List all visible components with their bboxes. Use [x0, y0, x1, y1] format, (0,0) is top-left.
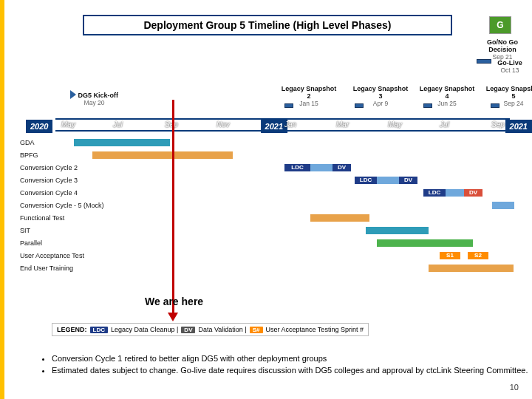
axis-month: Jul	[113, 120, 123, 129]
bar-uat-s1: S1	[440, 252, 460, 259]
bar-uat-s2: S2	[468, 252, 488, 259]
milestone-kickoff: DG5 Kick-offMay 20	[70, 89, 118, 106]
axis-month: Jan	[284, 120, 296, 129]
page-number: 10	[510, 383, 519, 392]
axis-month: Sep	[165, 120, 178, 129]
bar-cc3-dv: DV	[399, 177, 417, 184]
row-label-sit: SIT	[20, 227, 109, 234]
row-label-cc5: Conversion Cycle - 5 (Mock)	[20, 202, 109, 209]
bar-gda	[74, 139, 170, 146]
axis-year-right: 2021	[505, 120, 532, 133]
today-arrow-icon	[168, 313, 178, 321]
bar-cc5	[492, 202, 514, 209]
legend-dv-pill: DV	[181, 327, 195, 333]
bar-sit	[366, 227, 429, 234]
row-label-uat: User Acceptance Test	[20, 252, 109, 259]
bar-cc3-mid	[377, 177, 399, 184]
bar-cc4-ldc: LDC	[423, 189, 446, 197]
axis-month: May	[388, 120, 402, 129]
legend-ldc-text: Legacy Data Cleanup |	[111, 326, 178, 333]
bar-cc3-ldc: LDC	[355, 177, 377, 184]
axis-row: 2020 2021 2021 May Jul Sep Nov Jan Mar M…	[55, 118, 510, 132]
status-chip: G	[489, 16, 511, 34]
bar-end-user-training	[429, 265, 514, 272]
slide-title: Deployment Group 5 Timeline (High Level …	[83, 15, 452, 35]
row-label-cc3: Conversion Cycle 3	[20, 177, 109, 184]
milestone-golive: Go-LiveOct 13	[491, 59, 528, 74]
bullet-item: Conversion Cycle 1 retired to better ali…	[52, 353, 528, 365]
legend-dv-text: Data Validation |	[198, 326, 246, 333]
bullet-list: Conversion Cycle 1 retired to better ali…	[41, 353, 528, 377]
bar-bpfg	[92, 151, 233, 159]
bar-cc2-dv: DV	[332, 164, 351, 171]
legend-prefix: LEGEND:	[57, 326, 87, 333]
timeline-chart: Go/No Go DecisionSep 21 Go-LiveOct 13 DG…	[55, 44, 510, 292]
bar-cc2-ldc: LDC	[284, 164, 310, 171]
bar-functional-test	[310, 214, 369, 222]
today-line	[172, 100, 174, 314]
bar-parallel	[377, 239, 473, 247]
axis-month: Nov	[216, 120, 230, 129]
axis-month: Mar	[336, 120, 349, 129]
row-label-cc2: Conversion Cycle 2	[20, 164, 109, 171]
bar-cc4-mid	[446, 189, 464, 197]
legend-sprint-pill: S#	[250, 327, 263, 333]
milestone-legacy3-bar	[355, 103, 364, 108]
bullet-item: Estimated dates subject to change. Go-li…	[52, 365, 528, 377]
axis-month: Jul	[440, 120, 449, 129]
legend-ldc-pill: LDC	[90, 327, 108, 333]
row-label-ft: Functional Test	[20, 214, 109, 222]
axis-month: Sep	[491, 120, 505, 129]
milestone-legacy5-bar	[491, 103, 499, 108]
row-label-eut: End User Training	[20, 265, 109, 272]
milestone-legacy4-bar	[423, 103, 432, 108]
bar-cc4-dv: DV	[464, 189, 482, 197]
row-label-cc4: Conversion Cycle 4	[20, 189, 109, 197]
legend-sprint-text: User Acceptance Testing Sprint #	[266, 326, 364, 333]
milestone-legacy2-bar	[284, 103, 293, 108]
today-label: We are here	[145, 296, 203, 307]
legend-box: LEGEND: LDC Legacy Data Cleanup | DV Dat…	[52, 323, 369, 336]
axis-year-mid: 2021	[261, 120, 287, 133]
bar-cc2-mid	[310, 164, 332, 171]
axis-month: May	[61, 120, 75, 129]
axis-year-left: 2020	[26, 120, 52, 133]
slide-accent-bar	[0, 0, 4, 399]
milestone-golive-bar	[477, 59, 491, 64]
milestone-gonogo: Go/No Go DecisionSep 21	[480, 38, 525, 61]
row-label-par: Parallel	[20, 239, 109, 247]
